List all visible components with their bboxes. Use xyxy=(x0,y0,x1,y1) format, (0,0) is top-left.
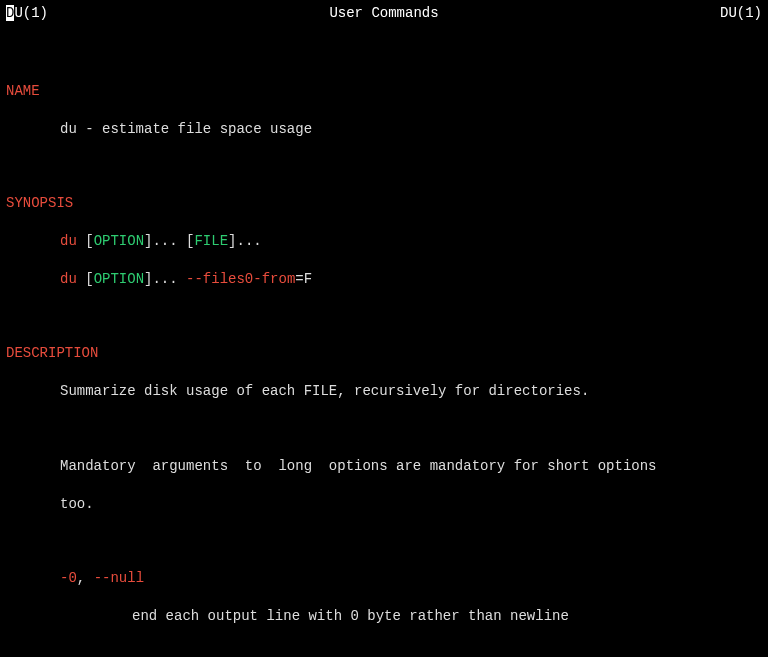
man-page-header: DU(1) User Commands DU(1) xyxy=(6,4,762,23)
description-para1: Summarize disk usage of each FILE, recur… xyxy=(6,382,762,401)
name-text: du - estimate file space usage xyxy=(6,120,762,139)
description-para2b: too. xyxy=(6,495,762,514)
synopsis-heading: SYNOPSIS xyxy=(6,194,762,213)
description-para2a: Mandatory arguments to long options are … xyxy=(6,457,762,476)
synopsis-line-2: du [OPTION]... --files0-from=F xyxy=(6,270,762,289)
option-null: -0, --null xyxy=(6,569,762,588)
name-heading: NAME xyxy=(6,82,762,101)
option-null-desc: end each output line with 0 byte rather … xyxy=(6,607,762,626)
synopsis-line-1: du [OPTION]... [FILE]... xyxy=(6,232,762,251)
man-page-content[interactable]: NAME du - estimate file space usage SYNO… xyxy=(6,63,762,657)
header-left: DU(1) xyxy=(6,4,48,23)
header-right: DU(1) xyxy=(720,4,762,23)
header-center: User Commands xyxy=(329,4,438,23)
description-heading: DESCRIPTION xyxy=(6,344,762,363)
